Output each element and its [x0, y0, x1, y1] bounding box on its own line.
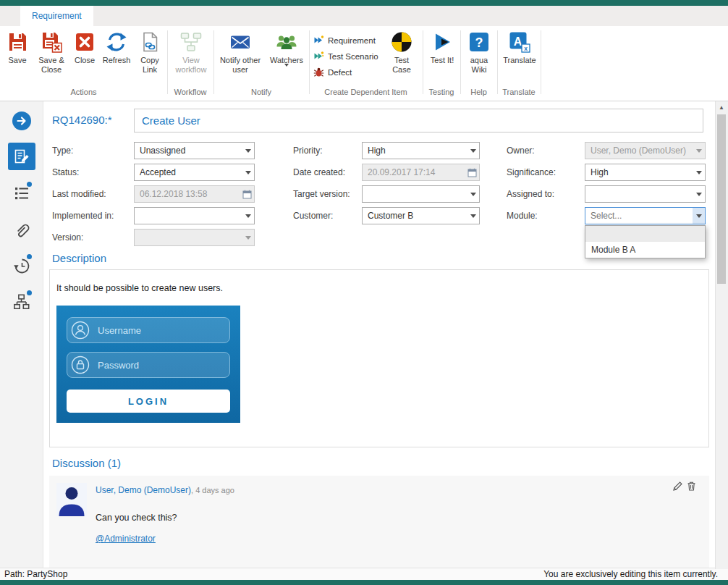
save-label: Save — [8, 56, 26, 65]
login-image-login-button: LOGIN — [67, 390, 230, 413]
password-placeholder: Password — [98, 360, 139, 371]
date-created-field: 20.09.2017 17:14 — [362, 164, 480, 181]
comment-text: Can you check this? — [96, 513, 177, 523]
customer-label: Customer: — [293, 211, 333, 221]
date-created-label: Date created: — [293, 167, 345, 177]
implemented-in-value — [135, 208, 242, 224]
sidebar-item-hierarchy[interactable] — [0, 293, 43, 313]
significance-select[interactable]: High — [585, 164, 706, 181]
create-defect-label: Defect — [328, 68, 352, 77]
title-input[interactable]: Create User — [134, 109, 703, 132]
tab-requirement[interactable]: Requirement — [20, 6, 93, 26]
refresh-button[interactable]: Refresh — [100, 29, 133, 85]
notify-other-user-button[interactable]: Notify other user — [216, 29, 264, 85]
create-test-scenario-button[interactable]: Test Scenario — [313, 50, 378, 63]
trash-icon — [686, 481, 697, 494]
type-select[interactable]: Unassigned — [134, 142, 255, 159]
chevron-down-icon — [467, 208, 479, 224]
view-workflow-button[interactable]: View workflow — [169, 29, 213, 85]
notification-dot — [27, 290, 32, 295]
create-defect-button[interactable]: Defect — [313, 66, 352, 79]
edit-comment-button[interactable] — [672, 481, 683, 493]
history-icon — [13, 257, 30, 277]
aqua-wiki-button[interactable]: ? aqua Wiki — [462, 29, 496, 85]
create-requirement-button[interactable]: Requirement — [313, 34, 376, 47]
target-version-select[interactable] — [362, 185, 480, 203]
last-modified-value: 06.12.2018 13:58 — [135, 186, 240, 202]
sidebar-item-overview[interactable] — [0, 185, 43, 205]
status-label: Status: — [52, 167, 79, 177]
ribbon-group-label-notify: Notify — [213, 88, 309, 96]
create-test-case-label: Test Case — [389, 56, 415, 75]
module-option-module-b-a[interactable]: Module B A — [585, 242, 705, 258]
svg-text:x: x — [524, 45, 528, 52]
chevron-down-icon — [284, 67, 289, 80]
assigned-to-select[interactable] — [585, 185, 706, 203]
save-button[interactable]: Save — [1, 29, 33, 85]
calendar-icon — [465, 164, 479, 180]
module-select[interactable]: Select... — [585, 207, 706, 224]
svg-text:?: ? — [475, 35, 483, 50]
scrollbar-thumb[interactable] — [717, 114, 726, 284]
ribbon-group-label-workflow: Workflow — [167, 88, 213, 96]
sidebar-item-edit[interactable] — [0, 143, 43, 170]
module-option-blank[interactable] — [585, 226, 705, 242]
test-case-icon — [390, 30, 413, 54]
module-label: Module: — [507, 211, 538, 221]
translate-button[interactable]: Ax Translate — [499, 29, 540, 85]
customer-select[interactable]: Customer B — [362, 207, 480, 224]
save-and-close-button[interactable]: Save & Close — [33, 29, 69, 85]
owner-value: User, Demo (DemoUser) — [585, 143, 693, 159]
login-image-username-field: Username — [67, 317, 230, 343]
chevron-down-icon — [693, 164, 705, 180]
sidebar-item-expand[interactable] — [0, 111, 43, 133]
test-it-button[interactable]: Test It! — [425, 29, 460, 85]
copy-link-button[interactable]: Copy Link — [133, 29, 166, 85]
implemented-in-label: Implemented in: — [52, 211, 114, 221]
status-value: Accepted — [135, 164, 242, 180]
ribbon-group-label-translate: Translate — [497, 88, 541, 96]
priority-value: High — [363, 143, 467, 159]
delete-comment-button[interactable] — [685, 481, 697, 493]
bug-icon — [313, 67, 324, 79]
sidebar-item-history[interactable] — [0, 257, 43, 277]
person-icon — [71, 321, 90, 340]
watchers-button[interactable]: Watchers — [266, 29, 308, 85]
create-test-case-button[interactable]: Test Case — [382, 29, 421, 85]
status-path: Path: PartyShop — [4, 569, 67, 579]
status-select[interactable]: Accepted — [134, 164, 255, 181]
ribbon: Save Save & Close Close Refresh Copy Lin… — [0, 26, 728, 101]
translate-icon: Ax — [508, 30, 531, 54]
significance-label: Significance: — [507, 167, 556, 177]
save-icon — [6, 30, 29, 54]
version-label: Version: — [52, 232, 83, 243]
notify-other-user-label: Notify other user — [216, 56, 264, 75]
close-icon — [73, 30, 96, 54]
play-icon — [431, 30, 454, 54]
calendar-icon — [240, 186, 254, 202]
item-id: RQ142690:* — [52, 114, 112, 126]
chevron-down-icon — [467, 186, 479, 202]
sidebar-item-attachments[interactable] — [0, 221, 43, 241]
ribbon-separator — [541, 30, 541, 94]
close-button[interactable]: Close — [69, 29, 100, 85]
aqua-wiki-label: aqua Wiki — [466, 56, 492, 75]
description-text: It should be possible to create new user… — [56, 283, 223, 293]
scrollbar-up-button[interactable]: ▲ — [715, 103, 728, 113]
refresh-label: Refresh — [103, 56, 131, 65]
chevron-down-icon — [693, 186, 705, 202]
mention-link[interactable]: @Administrator — [96, 534, 156, 544]
description-heading: Description — [52, 252, 106, 264]
svg-text:A: A — [514, 35, 522, 48]
bottom-accent-bar — [0, 580, 728, 585]
test-scenario-icon — [313, 51, 324, 63]
owner-select: User, Demo (DemoUser) — [585, 142, 706, 159]
priority-select[interactable]: High — [362, 142, 480, 159]
list-icon — [13, 185, 30, 205]
title-value: Create User — [142, 114, 200, 127]
translate-label: Translate — [503, 56, 536, 65]
implemented-in-select[interactable] — [134, 207, 255, 224]
app-window: Requirement Save Save & Close Close Refr… — [0, 0, 728, 585]
workflow-icon — [179, 30, 203, 54]
refresh-icon — [105, 30, 128, 54]
